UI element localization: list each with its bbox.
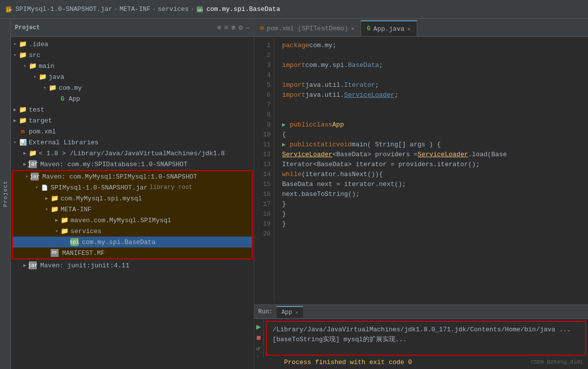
label-junit: Maven: junit:junit:4.11 [40, 262, 129, 269]
run-main: ▶ ■ ↺ ↓ /Library/Java/JavaVirtualMachine… [254, 319, 588, 358]
java-icon-app: G [59, 95, 67, 103]
arrow-jdk: ▶ [21, 149, 29, 157]
folder-icon-maven-folder: 📁 [61, 216, 69, 224]
tab-pom[interactable]: m pom.xml (SPITestDemo) ✕ [254, 20, 361, 36]
arrow-target: ▶ [11, 117, 19, 124]
label-target: target [29, 117, 52, 124]
code-content[interactable]: package com.my ; import com.my.spi. Base… [274, 37, 588, 305]
tree-item-idea[interactable]: ▾ 📁 .idea [11, 39, 254, 50]
tree-item-manifest[interactable]: ▶ MF MANIFEST.MF [13, 247, 252, 258]
tree-item-java[interactable]: ▾ 📁 java [11, 71, 254, 82]
arrow-java: ▾ [31, 73, 39, 81]
title-bar: jar SPIMysql-1.0-SNAPSHOT.jar › META-INF… [0, 0, 588, 19]
code-line-1: package com.my ; [282, 41, 580, 51]
tree-item-jdk[interactable]: ▶ 📁 < 1.8 > /Library/Java/JavaVirtualMac… [11, 148, 254, 159]
arrow-commy: ▾ [41, 84, 49, 92]
tree-item-junit[interactable]: ▶ jar Maven: junit:junit:4.11 [11, 260, 254, 271]
run-rerun-btn[interactable]: ↺ [256, 345, 261, 352]
run-tab-bar: Run: App ✕ [254, 305, 588, 319]
svg-text:jar: jar [6, 8, 12, 12]
settings-tool-btn[interactable]: ⚙ [238, 23, 242, 32]
breadcrumb-file[interactable]: com.my.spi.BaseData [207, 5, 280, 13]
tree-item-app[interactable]: ▶ G App [11, 93, 254, 104]
tree-item-target[interactable]: ▶ 📁 target [11, 115, 254, 126]
folder-icon-jdk: 📁 [29, 149, 37, 157]
highlighted-section: ▾ jar Maven: com.MyMysql:SPIMysql:1.0-SN… [12, 170, 253, 259]
label-java: java [49, 73, 64, 81]
breadcrumb-jar[interactable]: SPIMysql-1.0-SNAPSHOT.jar [15, 5, 112, 13]
folder-icon-java: 📁 [39, 73, 47, 81]
collapse-tool-btn[interactable]: — [246, 24, 250, 32]
tree-item-maven-folder[interactable]: ▶ 📁 maven.com.MyMysql.SPIMysql [13, 215, 252, 226]
code-line-4 [282, 70, 580, 80]
tree-item-basedata[interactable]: ▶ spi com.my.spi.BaseData [13, 237, 252, 247]
code-line-20 [282, 229, 580, 239]
jar-breadcrumb-icon: jar [5, 6, 12, 13]
arrow-jarfile: ▾ [33, 184, 41, 191]
run-arrow-11[interactable]: ▶ [282, 140, 286, 150]
breadcrumb-services[interactable]: services [158, 5, 189, 13]
run-stop-btn[interactable]: ■ [256, 334, 261, 343]
tab-close-app[interactable]: ✕ [407, 26, 411, 32]
main-area: Project Project ⊕ ≡ ≢ ⚙ — ▾ 📁 .idea [0, 19, 588, 369]
tree-item-metainf[interactable]: ▾ 📁 META-INF [13, 204, 252, 215]
label-src: src [29, 52, 40, 59]
tree-item-spimysql[interactable]: ▾ jar Maven: com.MyMysql:SPIMysql:1.0-SN… [13, 171, 252, 182]
tab-label-app: App.java [373, 25, 404, 33]
run-play-btn[interactable]: ▶ [256, 322, 261, 332]
project-tab[interactable]: Project [0, 19, 11, 369]
tree-item-extlibs[interactable]: ▾ 📊 External Libraries [11, 137, 254, 148]
breadcrumb: jar SPIMysql-1.0-SNAPSHOT.jar › META-INF… [5, 5, 280, 13]
code-line-7 [282, 100, 580, 110]
label-jarfile: SPIMysql-1.0-SNAPSHOT.jar [51, 184, 147, 191]
code-line-8 [282, 110, 580, 120]
code-line-18: } [282, 209, 580, 219]
label-basedata: com.my.spi.BaseData [82, 239, 155, 246]
run-controls: ▶ ■ ↺ ↓ [254, 319, 264, 358]
breadcrumb-metainf[interactable]: META-INF [120, 5, 150, 13]
jar-icon-spidatabase: jar [29, 160, 37, 168]
jar-icon-junit: jar [29, 261, 37, 269]
run-tab-app[interactable]: App ✕ [277, 306, 303, 318]
layout-tool-btn[interactable]: ≡ [224, 24, 228, 32]
tab-close-pom[interactable]: ✕ [351, 25, 355, 32]
svg-text:spi: spi [197, 8, 203, 12]
sort-tool-btn[interactable]: ≢ [231, 23, 235, 32]
tab-app[interactable]: G App.java ✕ [361, 20, 417, 36]
label-spimysql: Maven: com.MyMysql:SPIMysql:1.0-SNAPSHOT [42, 173, 197, 181]
tree-item-src[interactable]: ▾ 📁 src [11, 50, 254, 61]
label-app: App [69, 95, 80, 103]
run-output-1: /Library/Java/JavaVirtualMachines/jdk1.8… [273, 325, 579, 335]
tree-item-test[interactable]: ▶ 📁 test [11, 104, 254, 115]
tree-item-jarfile[interactable]: ▾ 📄 SPIMysql-1.0-SNAPSHOT.jar library ro… [13, 182, 252, 193]
label-jdk: < 1.8 > /Library/Java/JavaVirtualMachine… [39, 150, 224, 157]
label-extlibs: External Libraries [29, 139, 98, 146]
label-maven-folder: maven.com.MyMysql.SPIMysql [71, 217, 171, 224]
watermark: CSDN @zhang_didi [530, 359, 583, 365]
run-arrow-9[interactable]: ▶ [282, 120, 286, 130]
code-line-17: } [282, 199, 580, 209]
run-output-box: /Library/Java/JavaVirtualMachines/jdk1.8… [266, 321, 586, 356]
add-tool-btn[interactable]: ⊕ [217, 23, 221, 32]
tree-item-commy[interactable]: ▾ 📁 com.my [11, 82, 254, 93]
project-label: Project [2, 181, 8, 207]
arrow-comMyMysql: ▶ [43, 194, 51, 202]
label-services: services [71, 228, 101, 235]
arrow-main: ▾ [21, 62, 29, 70]
folder-icon-services: 📁 [61, 227, 69, 235]
code-line-16: next.baseToString(); [282, 189, 580, 199]
tree-item-services[interactable]: ▾ 📁 services [13, 226, 252, 237]
line-numbers: 12345 678910 1112131415 1617181920 [254, 37, 274, 305]
label-comMyMysql: com.MyMysql.spi.mysql [61, 195, 142, 202]
code-line-11: ▶ public static void main( String[] args… [282, 140, 580, 150]
tree-item-spidatabase[interactable]: ▶ jar Maven: com.my:SPIDatabase:1.0-SNAP… [11, 159, 254, 170]
label-jarfile-sub: library root [149, 184, 192, 191]
tree-item-main[interactable]: ▾ 📁 main [11, 61, 254, 71]
sidebar-tools: ⊕ ≡ ≢ ⚙ — [217, 23, 250, 32]
run-tab-close[interactable]: ✕ [295, 309, 298, 315]
arrow-extlibs: ▾ [11, 138, 19, 146]
tree-item-comMyMysql[interactable]: ▶ 📁 com.MyMysql.spi.mysql [13, 193, 252, 204]
tree-item-pom[interactable]: ▶ m pom.xml [11, 126, 254, 137]
tab-icon-app: G [367, 25, 370, 32]
run-down-btn[interactable]: ↓ [256, 354, 261, 358]
